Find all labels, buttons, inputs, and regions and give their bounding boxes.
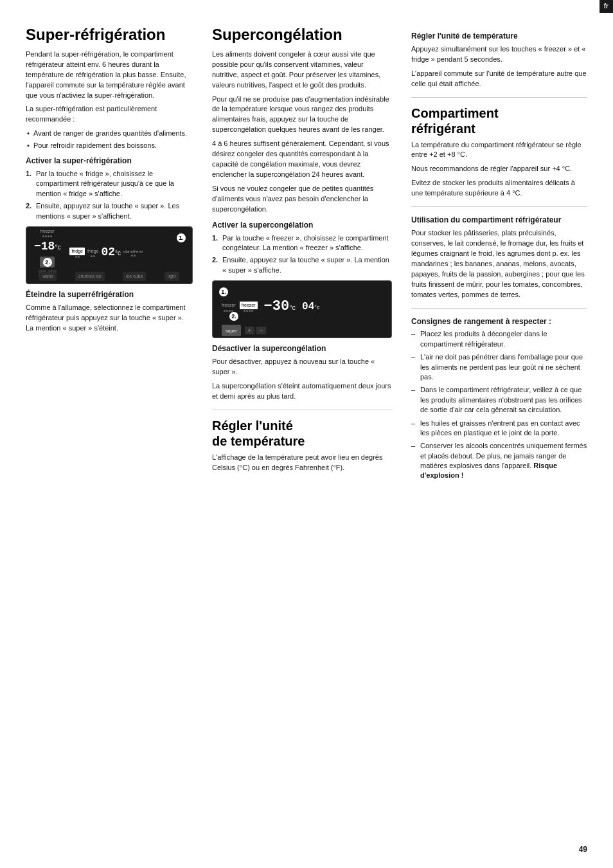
compartiment-text3: Evitez de stocker les produits alimentai… bbox=[411, 178, 587, 199]
super-refrigeration-bullets: Avant de ranger de grandes quantités d'a… bbox=[26, 129, 193, 150]
consignes-list: Placez les produits à décongeler dans le… bbox=[411, 329, 587, 480]
super-refrigeration-title: Super-réfrigération bbox=[26, 26, 193, 44]
divider-right-2 bbox=[411, 206, 587, 207]
step-item: 1.Par la touche « freezer », choisissez … bbox=[212, 233, 392, 253]
divider-right-1 bbox=[411, 97, 587, 98]
panel-button-light: light bbox=[164, 272, 179, 281]
panel-number-2: 2. bbox=[43, 258, 52, 267]
supercongellation-intro1: Les aliments doivent congeler à cœur aus… bbox=[212, 50, 392, 91]
supercongellation-intro4: Si vous ne voulez congeler que de petite… bbox=[212, 184, 392, 215]
consigne-item: L'air ne doit pas pénétrer dans l'emball… bbox=[411, 352, 587, 382]
regler-unite-right-text1: Appuyez simultanément sur les touches « … bbox=[411, 44, 587, 65]
step-item: 2.Ensuite, appuyez sur la touche « super… bbox=[212, 255, 392, 275]
deactivate-super-text: Comme à l'allumage, sélectionnez le comp… bbox=[26, 303, 193, 334]
supercongellation-intro2: Pour qu'il ne se produise pas d'augmenta… bbox=[212, 95, 392, 136]
deactivate-cong-text1: Pour désactiver, appuyez à nouveau sur l… bbox=[212, 357, 392, 377]
panel-button-water: water bbox=[39, 272, 57, 281]
consigne-item: les huiles et graisses n'entrent pas en … bbox=[411, 419, 587, 439]
panel-number-1: 1. bbox=[177, 233, 186, 242]
deactivate-cong-title: Désactiver la supercongélation bbox=[212, 343, 392, 354]
activate-super-steps: 1.Par la touche « fridge », choisissez l… bbox=[26, 169, 193, 221]
consigne-item: Placez les produits à décongeler dans le… bbox=[411, 329, 587, 349]
middle-column: Supercongélation Les aliments doivent co… bbox=[212, 26, 392, 485]
right-column: Régler l'unité de température Appuyez si… bbox=[411, 26, 587, 485]
explosion-warning: Risque d'explosion ! bbox=[420, 462, 557, 479]
step-item: 1.Par la touche « fridge », choisissez l… bbox=[26, 169, 193, 199]
consignes-title: Consignes de rangement à respecter : bbox=[411, 316, 587, 327]
deactivate-super-title: Éteindre la superréfrigération bbox=[26, 289, 193, 300]
panel2-button-crushed: crushed ice bbox=[285, 338, 314, 339]
regler-unite-text: L'affichage de la température peut avoir… bbox=[212, 453, 392, 473]
activate-super-cong-steps: 1.Par la touche « freezer », choisissez … bbox=[212, 233, 392, 276]
panel-button-crushed: crushed ice bbox=[75, 272, 105, 281]
display-panel-1: 1. 2. freezer bbox=[26, 226, 193, 284]
utilisation-title: Utilisation du compartiment réfrigérateu… bbox=[411, 215, 587, 226]
super-refrigeration-intro: Pendant la super-réfrigération, le compa… bbox=[26, 50, 193, 101]
utilisation-text: Pour stocker les pâtisseries, plats préc… bbox=[411, 228, 587, 300]
consigne-item-explosion: Conserver les alcools concentrés uniquem… bbox=[411, 441, 587, 481]
display-panel-2: 1. 2. freezer bbox=[212, 280, 392, 338]
regler-unite-right-title: Régler l'unité de température bbox=[411, 31, 587, 42]
supercongellation-title: Supercongélation bbox=[212, 26, 392, 44]
bullet-item: Avant de ranger de grandes quantités d'a… bbox=[26, 129, 193, 138]
regler-unite-right-text2: L'appareil commute sur l'unité de tempér… bbox=[411, 69, 587, 89]
language-badge: fr bbox=[600, 0, 613, 13]
left-column: Super-réfrigération Pendant la super-réf… bbox=[26, 26, 193, 485]
activate-super-title: Activer la super-réfrigération bbox=[26, 156, 193, 167]
compartiment-text2: Nous recommandons de régler l'appareil s… bbox=[411, 164, 587, 174]
divider-right-3 bbox=[411, 308, 587, 309]
super-refrigeration-reco: La super-réfrigération est particulièrem… bbox=[26, 104, 193, 125]
bullet-item: Pour refroidir rapidement des boissons. bbox=[26, 141, 193, 150]
consigne-item: Dans le compartiment réfrigérateur, veil… bbox=[411, 385, 587, 415]
panel-button-ice: ice cube bbox=[123, 272, 146, 281]
compartiment-text1: La température du compartiment réfrigéra… bbox=[411, 140, 587, 161]
deactivate-cong-text2: La supercongélation s'éteint automatique… bbox=[212, 381, 392, 402]
page-wrapper: fr Super-réfrigération Pendant la super-… bbox=[0, 0, 613, 868]
regler-unite-title: Régler l'unité de température bbox=[212, 418, 392, 449]
content-columns: Super-réfrigération Pendant la super-réf… bbox=[26, 26, 587, 485]
step-item: 2.Ensuite, appuyez sur la touche « super… bbox=[26, 201, 193, 221]
panel2-button-water: water bbox=[233, 338, 251, 339]
activate-super-cong-title: Activer la supercongélation bbox=[212, 220, 392, 231]
page-number: 49 bbox=[579, 844, 587, 855]
panel2-button-ice: ice cube bbox=[348, 338, 371, 339]
compartiment-title: Compartiment réfrigérant bbox=[411, 105, 587, 136]
divider-1 bbox=[212, 410, 392, 410]
supercongellation-intro3: 4 à 6 heures suffisent généralement. Cep… bbox=[212, 139, 392, 180]
